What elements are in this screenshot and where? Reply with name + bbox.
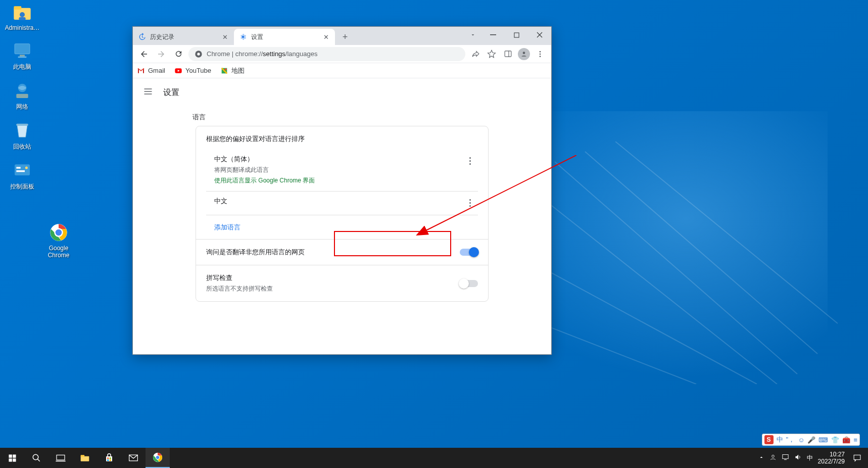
reload-button[interactable] [171,47,185,61]
ime-skin-icon[interactable]: 👕 [831,436,839,444]
svg-point-19 [25,167,28,169]
taskbar-store[interactable] [97,448,121,468]
forward-button[interactable] [154,47,168,61]
svg-rect-7 [14,6,21,10]
translate-toggle[interactable] [460,249,478,256]
svg-rect-51 [107,459,109,461]
minimize-button[interactable] [481,27,505,43]
ime-punctuation-icon[interactable]: "， [786,435,795,444]
action-center-button[interactable] [850,448,864,468]
avatar-icon [518,48,530,60]
bookmark-label: Gmail [148,67,165,74]
taskbar-time: 10:27 [818,451,845,458]
svg-rect-18 [16,170,25,172]
gear-icon [239,33,247,41]
taskbar-explorer[interactable] [73,448,97,468]
ime-voice-icon[interactable]: 🎤 [807,436,815,444]
language-display-note: 使用此语言显示 Google Chrome 界面 [214,176,464,185]
tab-close-button[interactable]: ✕ [221,33,229,41]
ime-emoji-icon[interactable]: ☺ [798,436,804,444]
bookmark-gmail[interactable]: Gmail [137,67,165,75]
bookmark-youtube[interactable]: YouTube [174,67,211,75]
desktop-icon-chrome[interactable]: Google Chrome [39,222,78,259]
back-button[interactable] [137,47,151,61]
side-panel-button[interactable] [501,47,515,61]
taskbar-mail[interactable] [121,448,146,468]
tray-volume-icon[interactable] [794,453,802,462]
taskbar-search-button[interactable] [24,448,49,468]
bookmark-maps[interactable]: 地图 [220,66,245,75]
desktop-icon-recycle-bin[interactable]: 回收站 [3,120,41,151]
share-button[interactable] [468,47,483,61]
desktop-icon-control-panel[interactable]: 控制面板 [3,160,41,191]
tab-search-button[interactable] [464,27,481,43]
svg-point-33 [540,56,541,57]
svg-rect-16 [15,164,30,175]
taskbar-chrome[interactable] [146,448,170,468]
desktop-icon-label: 网络 [16,103,28,111]
ime-toolbox-icon[interactable]: 🧰 [842,436,850,444]
tray-people-icon[interactable] [769,454,777,462]
network-icon [12,80,32,101]
desktop-icon-label: 此电脑 [13,63,31,71]
svg-rect-11 [20,55,25,56]
svg-line-1 [585,152,817,354]
tray-overflow-button[interactable] [758,454,764,462]
svg-point-35 [225,68,227,70]
taskbar-clock[interactable]: 10:27 2022/7/29 [818,451,845,465]
bookmark-label: YouTube [185,67,211,74]
bookmark-star-button[interactable] [485,47,499,61]
svg-point-32 [540,53,541,55]
svg-rect-39 [13,454,16,457]
profile-button[interactable] [517,47,531,61]
chrome-icon [49,222,69,243]
svg-line-0 [555,162,797,374]
maximize-button[interactable] [505,27,528,43]
desktop-icon-label: 控制面板 [10,182,34,191]
settings-body: 语言 根据您的偏好设置对语言进行排序 中文（简体） 将网页翻译成此语言 使用此语… [133,107,551,354]
tray-network-icon[interactable] [782,453,789,462]
ime-mode[interactable]: 中 [777,435,783,444]
browser-toolbar: Chrome | chrome://settings/languages [133,45,551,63]
svg-rect-44 [57,455,65,460]
svg-rect-58 [782,455,788,459]
language-title: 中文（简体） [214,155,464,164]
new-tab-button[interactable]: + [338,30,352,44]
bookmarks-bar: Gmail YouTube 地图 [133,63,551,78]
svg-line-4 [615,142,838,323]
start-button[interactable] [0,448,24,468]
desktop-icon-network[interactable]: 网络 [3,80,41,111]
settings-menu-button[interactable] [143,86,153,99]
svg-rect-10 [15,44,30,54]
svg-rect-40 [9,458,12,461]
desktop-icon-label: Google Chrome [39,245,78,259]
control-panel-icon [12,160,32,180]
svg-rect-49 [107,457,109,459]
spellcheck-title: 拼写检查 [206,273,460,283]
ime-keyboard-icon[interactable]: ⌨ [818,436,828,444]
ime-toolbar[interactable]: S 中 "， ☺ 🎤 ⌨ 👕 🧰 ≡ [762,434,860,446]
address-bar[interactable]: Chrome | chrome://settings/languages [188,47,465,61]
tab-history[interactable]: 历史记录 ✕ [133,29,234,45]
svg-rect-24 [490,34,496,35]
svg-rect-48 [106,456,112,461]
language-more-button[interactable] [464,155,476,167]
chrome-site-icon [195,50,203,58]
svg-rect-38 [9,454,12,457]
close-window-button[interactable] [528,27,551,43]
desktop-icon-user-folder[interactable]: Administra… [3,2,41,31]
task-view-button[interactable] [49,448,73,468]
youtube-icon [174,67,182,75]
add-language-link[interactable]: 添加语言 [214,223,240,231]
tab-settings[interactable]: 设置 ✕ [234,29,335,45]
ime-menu-icon[interactable]: ≡ [853,436,857,444]
svg-rect-15 [16,124,28,126]
chrome-menu-button[interactable] [533,47,547,61]
settings-title: 设置 [163,87,179,98]
desktop-icon-this-pc[interactable]: 此电脑 [3,40,41,71]
language-more-button[interactable] [464,197,476,209]
svg-line-43 [37,459,40,461]
tray-ime-indicator[interactable]: 中 [807,454,813,462]
tab-close-button[interactable]: ✕ [322,33,330,41]
add-language-row: 添加语言 [196,215,488,239]
